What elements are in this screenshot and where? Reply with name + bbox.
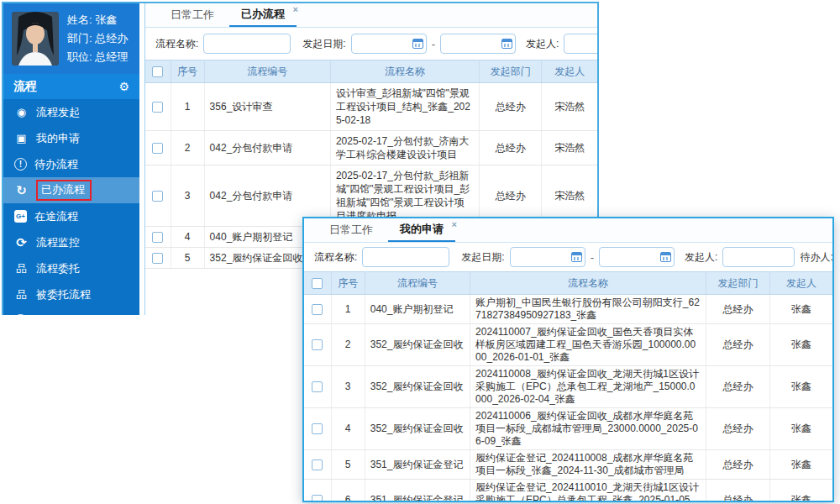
tab-my-applications[interactable]: 我的申请 × bbox=[388, 218, 455, 242]
row-checkbox[interactable] bbox=[152, 191, 163, 202]
code-cell: 351_履约保证金登记 bbox=[365, 450, 470, 480]
table-header-row: 序号 流程编号 流程名称 发起部门 发起人 bbox=[145, 60, 597, 83]
person-cell: 宋浩然 bbox=[542, 131, 597, 165]
sidebar-section-header: 流程 ⚙ bbox=[3, 74, 139, 99]
tab-label: 日常工作 bbox=[329, 223, 373, 238]
sidebar-item-在途流程[interactable]: G+在途流程 bbox=[3, 203, 139, 229]
sidebar-item-label: 我的申请 bbox=[36, 131, 80, 146]
table-row[interactable]: 4352_履约保证金回收2024110006_履约保证金回收_成都水岸华庭名苑项… bbox=[304, 408, 832, 450]
col-dept: 发起部门 bbox=[706, 272, 770, 295]
name-cell: 履约保证金登记_2024110008_成都水岸华庭名苑项目一标段_张鑫_2024… bbox=[470, 450, 706, 480]
name-cell: 2024110006_履约保证金回收_成都水岸华庭名苑项目一标段_成都城市管理局… bbox=[470, 408, 706, 450]
id-card-icon: ▣ bbox=[14, 131, 29, 145]
initiator-input[interactable] bbox=[564, 34, 597, 54]
sidebar-item-我的申请[interactable]: ▣我的申请 bbox=[3, 125, 139, 151]
tab-label: 已办流程 bbox=[241, 7, 285, 22]
table-row[interactable]: 1040_账户期初登记账户期初_中国民生银行股份有限公司朝阳支行_6271827… bbox=[304, 295, 832, 324]
sidebar-item-已办流程[interactable]: ↻已办流程 bbox=[3, 177, 139, 203]
close-icon[interactable]: × bbox=[452, 219, 457, 229]
sidebar-item-流程监控[interactable]: ⟳流程监控 bbox=[3, 229, 139, 255]
table-row[interactable]: 3352_履约保证金回收2024110008_履约保证金回收_龙湖天街城1区设计… bbox=[304, 366, 832, 408]
sidebar-item-被委托流程[interactable]: 品被委托流程 bbox=[3, 281, 139, 307]
process-name-input[interactable] bbox=[203, 34, 291, 54]
initiator-input[interactable] bbox=[722, 247, 795, 267]
seq-cell: 5 bbox=[171, 248, 204, 269]
dept-cell: 总经办 bbox=[706, 295, 770, 324]
initiator-label: 发起人: bbox=[685, 250, 717, 265]
seq-cell: 4 bbox=[331, 408, 365, 450]
row-checkbox[interactable] bbox=[152, 232, 163, 243]
sidebar-item-label: 全文检索 bbox=[34, 313, 78, 316]
table-row[interactable]: 5351_履约保证金登记履约保证金登记_2024110008_成都水岸华庭名苑项… bbox=[304, 450, 832, 480]
seq-cell: 1 bbox=[171, 83, 204, 131]
front-tab-bar: 日常工作 我的申请 × bbox=[304, 218, 832, 243]
select-all-checkbox[interactable] bbox=[312, 278, 323, 289]
user-dept: 部门: 总经办 bbox=[67, 29, 128, 48]
sidebar-item-全文检索[interactable]: ?全文检索 bbox=[3, 307, 139, 315]
front-filter-bar: 流程名称: 发起日期: - 发起人: 待办人: bbox=[304, 243, 832, 271]
row-checkbox[interactable] bbox=[312, 495, 323, 502]
person-cell: 张鑫 bbox=[770, 450, 832, 480]
date-from-input[interactable] bbox=[510, 247, 585, 267]
gear-icon[interactable]: ⚙ bbox=[118, 80, 129, 93]
sidebar-item-label: 待办流程 bbox=[34, 157, 78, 172]
select-all-checkbox[interactable] bbox=[152, 66, 163, 77]
row-checkbox[interactable] bbox=[312, 304, 323, 315]
sidebar-item-label: 被委托流程 bbox=[36, 287, 91, 302]
close-icon[interactable]: × bbox=[293, 4, 298, 14]
in-transit-icon: G+ bbox=[14, 210, 27, 223]
code-cell: 042_分包付款申请 bbox=[204, 131, 330, 165]
start-date-label: 发起日期: bbox=[302, 37, 345, 51]
code-cell: 352_履约保证金回收 bbox=[365, 324, 470, 366]
table-row[interactable]: 1356_设计审查设计审查_彭祖新城"四馆"景观工程设计项目_结构_张鑫_202… bbox=[145, 83, 597, 131]
row-checkbox[interactable] bbox=[312, 381, 323, 392]
sidebar-item-label: 流程发起 bbox=[36, 105, 80, 120]
start-date-label: 发起日期: bbox=[461, 250, 504, 265]
row-checkbox[interactable] bbox=[152, 253, 163, 264]
seq-cell: 3 bbox=[331, 366, 365, 408]
tab-daily-work[interactable]: 日常工作 bbox=[318, 218, 385, 242]
sidebar-menu: ◉流程发起▣我的申请!待办流程↻已办流程G+在途流程⟳流程监控品流程委托品被委托… bbox=[3, 99, 139, 315]
todo-person-label: 待办人: bbox=[800, 250, 832, 265]
date-from-input[interactable] bbox=[351, 34, 427, 54]
row-checkbox[interactable] bbox=[152, 143, 163, 154]
process-name-label: 流程名称: bbox=[314, 250, 357, 265]
person-cell: 宋浩然 bbox=[542, 83, 597, 131]
date-to-input[interactable] bbox=[440, 34, 516, 54]
row-checkbox[interactable] bbox=[152, 102, 163, 113]
table-row[interactable]: 2042_分包付款申请2025-02-17_分包付款_济南大学工科综合楼建设设计… bbox=[145, 131, 597, 165]
announce-icon: ◉ bbox=[14, 105, 29, 119]
sidebar-item-待办流程[interactable]: !待办流程 bbox=[3, 151, 139, 177]
table-row[interactable]: 6351_履约保证金登记履约保证金登记_2024110010_龙湖天街城1区设计… bbox=[304, 480, 832, 503]
row-checkbox[interactable] bbox=[312, 423, 323, 434]
seq-cell: 3 bbox=[171, 165, 204, 227]
dept-cell: 总经办 bbox=[480, 131, 542, 165]
sidebar-item-label: 已办流程 bbox=[36, 180, 92, 201]
col-code: 流程编号 bbox=[365, 272, 470, 295]
date-range-separator: - bbox=[591, 251, 594, 264]
col-seq: 序号 bbox=[331, 272, 365, 295]
date-to-input[interactable] bbox=[599, 247, 675, 267]
person-cell: 张鑫 bbox=[770, 366, 832, 408]
col-person: 发起人 bbox=[542, 60, 597, 83]
sidebar: 姓名: 张鑫 部门: 总经办 职位: 总经理 流程 ⚙ ◉流程发起▣我的申请!待… bbox=[3, 3, 139, 315]
col-name: 流程名称 bbox=[330, 60, 479, 83]
sidebar-item-流程委托[interactable]: 品流程委托 bbox=[3, 255, 139, 281]
row-checkbox[interactable] bbox=[312, 339, 323, 350]
table-row[interactable]: 2352_履约保证金回收2024110007_履约保证金回收_国色天香项目实体样… bbox=[304, 324, 832, 366]
sitemap-icon: 品 bbox=[14, 261, 29, 276]
process-name-label: 流程名称: bbox=[155, 37, 198, 51]
process-name-input[interactable] bbox=[362, 247, 449, 267]
my-applications-window: 日常工作 我的申请 × 流程名称: 发起日期: - 发起人: 待办人: 序号 流… bbox=[302, 217, 834, 502]
sidebar-item-label: 流程委托 bbox=[36, 261, 80, 276]
tab-daily-work[interactable]: 日常工作 bbox=[159, 3, 226, 27]
alert-icon: ! bbox=[14, 158, 27, 171]
name-cell: 账户期初_中国民生银行股份有限公司朝阳支行_627182738495092718… bbox=[470, 295, 706, 324]
row-checkbox[interactable] bbox=[312, 459, 323, 470]
code-cell: 356_设计审查 bbox=[204, 83, 330, 131]
my-applications-table: 序号 流程编号 流程名称 发起部门 发起人 1040_账户期初登记账户期初_中国… bbox=[304, 271, 832, 502]
name-cell: 2025-02-17_分包付款_济南大学工科综合楼建设设计项目 bbox=[330, 131, 479, 165]
seq-cell: 5 bbox=[331, 450, 365, 480]
sidebar-item-流程发起[interactable]: ◉流程发起 bbox=[3, 99, 139, 125]
tab-done-processes[interactable]: 已办流程 × bbox=[229, 3, 297, 27]
